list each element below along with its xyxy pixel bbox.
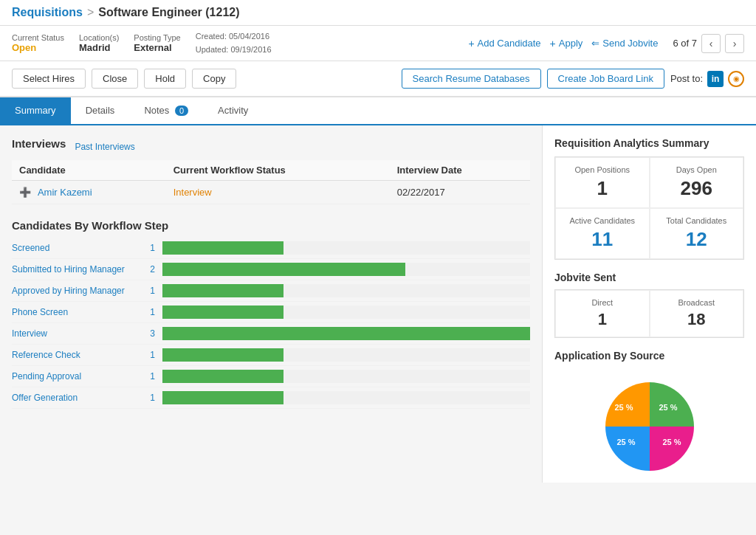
workflow-label[interactable]: Approved by Hiring Manager xyxy=(12,286,137,296)
posting-type-label: Posting Type xyxy=(134,33,180,42)
workflow-bar xyxy=(162,284,284,297)
analytics-title: Requisition Analytics Summary xyxy=(554,137,744,149)
workflow-count: 1 xyxy=(137,350,155,360)
col-interview-date: Interview Date xyxy=(390,160,530,181)
workflow-bar xyxy=(162,306,284,319)
date-cell: 02/22/2017 xyxy=(390,181,530,204)
add-candidate-link[interactable]: + Add Candidate xyxy=(468,38,540,49)
candidate-link[interactable]: Amir Kazemi xyxy=(38,187,92,198)
workflow-bar xyxy=(162,263,405,276)
side-panel: Requisition Analytics Summary Open Posit… xyxy=(542,125,756,483)
plus-icon: + xyxy=(468,38,474,49)
content: Interviews Past Interviews Candidate Cur… xyxy=(0,125,756,483)
main-panel: Interviews Past Interviews Candidate Cur… xyxy=(0,125,542,483)
analytics-cell-label: Days Open xyxy=(658,165,736,174)
workflow-row: Submitted to Hiring Manager 2 xyxy=(12,259,530,280)
apply-link[interactable]: + Apply xyxy=(550,38,583,49)
workflow-label[interactable]: Phone Screen xyxy=(12,307,137,317)
workflow-row: Pending Approval 1 xyxy=(12,366,530,387)
pie-svg: 25 % 25 % 25 % 25 % xyxy=(583,367,716,471)
workflow-title: Candidates By Workflow Step xyxy=(12,219,530,232)
location-label: Location(s) xyxy=(79,33,119,42)
workflow-count: 1 xyxy=(137,393,155,403)
workflow-bar-container xyxy=(162,348,530,362)
analytics-cell: Total Candidates 12 xyxy=(650,208,744,259)
svg-text:25 %: 25 % xyxy=(616,438,635,446)
col-candidate: Candidate xyxy=(12,160,166,181)
workflow-section: Candidates By Workflow Step Screened 1 S… xyxy=(12,219,530,409)
tab-details[interactable]: Details xyxy=(71,97,130,125)
workflow-bar xyxy=(162,391,284,404)
linkedin-icon[interactable]: in xyxy=(707,71,724,87)
app-source-title: Application By Source xyxy=(554,350,744,362)
tab-summary[interactable]: Summary xyxy=(0,97,71,125)
prev-page-button[interactable]: ‹ xyxy=(701,34,721,53)
hold-button[interactable]: Hold xyxy=(144,69,186,89)
analytics-cell-label: Active Candidates xyxy=(563,216,642,225)
interviews-section: Interviews Past Interviews Candidate Cur… xyxy=(12,137,530,204)
search-resume-db-button[interactable]: Search Resume Databases xyxy=(402,69,541,89)
breadcrumb-sep: > xyxy=(87,6,94,19)
top-header: Requisitions > Software Engineer (1212) xyxy=(0,0,756,26)
jobvite-cell: Direct 1 xyxy=(555,290,650,337)
workflow-label[interactable]: Offer Generation xyxy=(12,393,137,403)
plus-icon-2: + xyxy=(550,38,556,49)
past-interviews-link[interactable]: Past Interviews xyxy=(75,142,134,152)
location-block: Location(s) Madrid xyxy=(79,33,119,53)
workflow-bar-container xyxy=(162,306,530,319)
workflow-bar xyxy=(162,241,284,255)
next-page-button[interactable]: › xyxy=(725,34,744,53)
copy-button[interactable]: Copy xyxy=(192,69,236,89)
jobvite-cell-label: Direct xyxy=(563,298,642,307)
close-button[interactable]: Close xyxy=(92,69,138,89)
analytics-cell-value: 12 xyxy=(658,228,736,251)
interviews-title: Interviews xyxy=(12,137,66,150)
workflow-row: Reference Check 1 xyxy=(12,345,530,366)
pagination: 6 of 7 ‹ › xyxy=(673,34,744,53)
workflow-count: 3 xyxy=(137,328,155,339)
jobvite-cell-value: 1 xyxy=(563,310,642,329)
workflow-label[interactable]: Screened xyxy=(12,243,137,253)
status-block: Current Status Open xyxy=(12,33,64,53)
workflow-label[interactable]: Pending Approval xyxy=(12,371,137,382)
workflow-row: Offer Generation 1 xyxy=(12,387,530,409)
workflow-bar xyxy=(162,348,284,362)
subheader-actions: + Add Candidate + Apply ⇐ Send Jobvite xyxy=(468,38,658,49)
workflow-label[interactable]: Interview xyxy=(12,328,137,339)
analytics-section: Requisition Analytics Summary Open Posit… xyxy=(554,137,744,260)
workflow-row: Interview 3 xyxy=(12,323,530,345)
workflow-count: 1 xyxy=(137,371,155,382)
add-icon[interactable]: ➕ xyxy=(19,187,31,198)
target-icon[interactable]: ◉ xyxy=(728,71,744,87)
analytics-cell-label: Total Candidates xyxy=(658,216,736,225)
workflow-label[interactable]: Reference Check xyxy=(12,350,137,360)
send-jobvite-link[interactable]: ⇐ Send Jobvite xyxy=(591,38,658,49)
create-job-board-button[interactable]: Create Job Board Link xyxy=(547,69,664,89)
workflow-bar-container xyxy=(162,284,530,297)
analytics-cell: Days Open 296 xyxy=(650,157,744,208)
workflow-bar-container xyxy=(162,241,530,255)
post-to-block: Post to: in ◉ xyxy=(670,71,744,87)
tab-notes[interactable]: Notes 0 xyxy=(129,97,203,125)
analytics-cell-value: 11 xyxy=(563,228,642,251)
workflow-count: 1 xyxy=(137,307,155,317)
page-title: Software Engineer (1212) xyxy=(98,6,239,19)
app-source-section: Application By Source 25 % 25 % 2 xyxy=(554,350,744,471)
workflow-rows: Screened 1 Submitted to Hiring Manager 2… xyxy=(12,238,530,409)
toolbar-right: Search Resume Databases Create Job Board… xyxy=(402,69,744,89)
tab-activity[interactable]: Activity xyxy=(203,97,263,125)
analytics-cell-value: 1 xyxy=(563,177,642,200)
posting-type-block: Posting Type External xyxy=(134,33,180,53)
workflow-label[interactable]: Submitted to Hiring Manager xyxy=(12,264,137,275)
analytics-cell-label: Open Positions xyxy=(563,165,642,174)
workflow-row: Phone Screen 1 xyxy=(12,302,530,323)
interviews-header: Interviews Past Interviews xyxy=(12,137,530,156)
requisitions-link[interactable]: Requisitions xyxy=(12,6,83,19)
location-value: Madrid xyxy=(79,42,119,53)
select-hires-button[interactable]: Select Hires xyxy=(12,69,86,89)
jobvite-grid: Direct 1 Broadcast 18 xyxy=(554,289,744,338)
svg-text:25 %: 25 % xyxy=(662,438,681,446)
jobvite-cell-value: 18 xyxy=(658,310,736,329)
workflow-bar-container xyxy=(162,263,530,276)
share-icon: ⇐ xyxy=(591,38,599,49)
